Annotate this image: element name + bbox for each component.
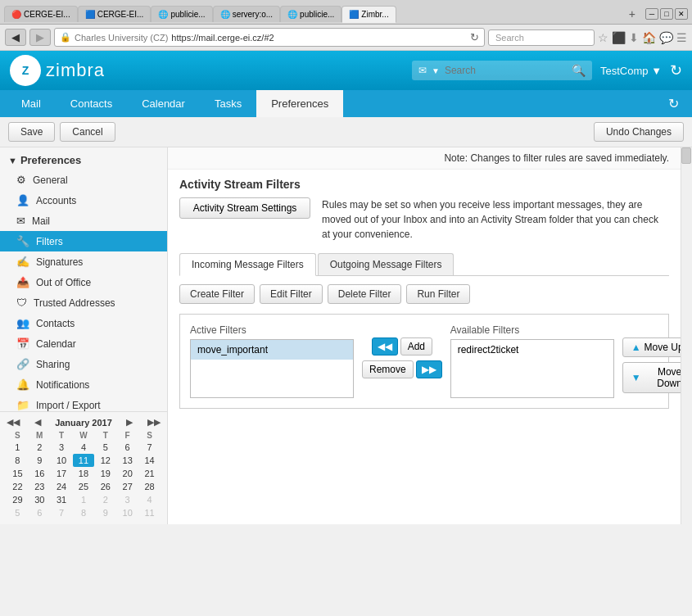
- cal-day-0-1[interactable]: 2: [29, 441, 51, 454]
- browser-tab-6[interactable]: 🟦 Zimbr...: [341, 6, 396, 23]
- cal-day-1-5[interactable]: 13: [116, 454, 138, 467]
- sidebar-item-filters[interactable]: 🔧 Filters: [0, 231, 167, 251]
- active-filter-item-move-important[interactable]: move_important: [191, 340, 353, 360]
- nav-item-contacts[interactable]: Contacts: [56, 90, 127, 117]
- add-left-arrow[interactable]: ◀◀: [372, 337, 398, 356]
- collapse-icon[interactable]: ▼: [8, 156, 17, 165]
- browser-tab-4[interactable]: 🌐 servery:o...: [213, 6, 280, 22]
- sidebar-item-general[interactable]: ⚙ General: [0, 170, 167, 190]
- cal-day-5-2[interactable]: 7: [51, 506, 73, 519]
- activity-stream-settings-button[interactable]: Activity Stream Settings: [179, 197, 310, 219]
- cal-day-4-6[interactable]: 4: [138, 493, 161, 506]
- back-button[interactable]: ◀: [5, 29, 26, 46]
- refresh-button[interactable]: ↻: [670, 61, 682, 79]
- header-search[interactable]: ✉ ▼ 🔍: [412, 61, 592, 80]
- cal-day-2-1[interactable]: 16: [29, 467, 51, 480]
- cal-next-next-button[interactable]: ▶▶: [147, 417, 161, 428]
- remove-button[interactable]: Remove: [362, 360, 414, 378]
- header-search-input[interactable]: [445, 65, 567, 76]
- sync-icon[interactable]: ⬛: [612, 31, 626, 44]
- move-down-button[interactable]: ▼ Move Down: [622, 362, 681, 393]
- address-bar[interactable]: 🔒 Charles University (CZ) https://mail.c…: [54, 28, 485, 47]
- available-filters-list[interactable]: redirect2ticket: [450, 339, 614, 398]
- cal-day-1-2[interactable]: 10: [51, 454, 73, 467]
- cal-day-3-3[interactable]: 25: [73, 480, 95, 493]
- cal-day-0-4[interactable]: 5: [94, 441, 116, 454]
- header-search-button[interactable]: 🔍: [572, 64, 586, 77]
- cal-day-4-5[interactable]: 3: [116, 493, 138, 506]
- forward-button[interactable]: ▶: [29, 29, 51, 46]
- cal-day-2-4[interactable]: 19: [94, 467, 116, 480]
- main-scrollbar[interactable]: [681, 147, 692, 524]
- nav-item-mail[interactable]: Mail: [7, 90, 56, 117]
- chat-icon[interactable]: 💬: [659, 31, 673, 44]
- browser-tab-3[interactable]: 🌐 publicie...: [151, 6, 212, 22]
- available-filter-item-redirect[interactable]: redirect2ticket: [451, 340, 613, 360]
- maximize-button[interactable]: □: [660, 8, 673, 20]
- reload-button[interactable]: ↻: [470, 31, 479, 43]
- cal-day-3-1[interactable]: 23: [29, 480, 51, 493]
- browser-tab-5[interactable]: 🌐 publicie...: [280, 6, 341, 22]
- download-icon[interactable]: ⬇: [629, 31, 639, 44]
- cal-day-5-0[interactable]: 5: [7, 506, 29, 519]
- nav-item-calendar[interactable]: Calendar: [127, 90, 200, 117]
- cal-day-5-6[interactable]: 11: [138, 506, 161, 519]
- edit-filter-button[interactable]: Edit Filter: [260, 284, 323, 304]
- sidebar-item-sharing[interactable]: 🔗 Sharing: [0, 354, 167, 374]
- cal-day-5-3[interactable]: 8: [73, 506, 95, 519]
- cal-day-4-2[interactable]: 31: [51, 493, 73, 506]
- cal-next-button[interactable]: ▶: [126, 417, 133, 428]
- sidebar-item-accounts[interactable]: 👤 Accounts: [0, 190, 167, 211]
- cal-day-5-4[interactable]: 9: [94, 506, 116, 519]
- cal-day-1-6[interactable]: 14: [138, 454, 161, 467]
- cal-day-2-5[interactable]: 20: [116, 467, 138, 480]
- cal-day-4-3[interactable]: 1: [73, 493, 95, 506]
- nav-refresh-button[interactable]: ↻: [662, 91, 685, 116]
- sidebar-item-import-export[interactable]: 📁 Import / Export: [0, 395, 167, 411]
- sidebar-item-out-of-office[interactable]: 📤 Out of Office: [0, 272, 167, 292]
- cal-day-5-5[interactable]: 10: [116, 506, 138, 519]
- tab-incoming[interactable]: Incoming Message Filters: [179, 253, 316, 276]
- run-filter-button[interactable]: Run Filter: [406, 284, 470, 304]
- cal-day-0-6[interactable]: 7: [138, 441, 161, 454]
- undo-button[interactable]: Undo Changes: [594, 122, 684, 142]
- cal-day-4-0[interactable]: 29: [7, 493, 29, 506]
- sidebar-item-signatures[interactable]: ✍ Signatures: [0, 251, 167, 272]
- move-up-button[interactable]: ▲ Move Up: [622, 337, 681, 357]
- minimize-button[interactable]: ─: [645, 8, 658, 20]
- delete-filter-button[interactable]: Delete Filter: [328, 284, 402, 304]
- save-button[interactable]: Save: [8, 122, 55, 142]
- cancel-button[interactable]: Cancel: [60, 122, 115, 142]
- active-filters-list[interactable]: move_important: [190, 339, 354, 398]
- cal-day-0-5[interactable]: 6: [116, 441, 138, 454]
- browser-tab-1[interactable]: 🔴 CERGE-EI...: [4, 6, 78, 22]
- new-tab-button[interactable]: +: [622, 4, 642, 24]
- add-button[interactable]: Add: [400, 337, 432, 356]
- cal-prev-button[interactable]: ◀: [34, 417, 41, 428]
- sidebar-item-calendar[interactable]: 📅 Calendar: [0, 333, 167, 354]
- cal-day-5-1[interactable]: 6: [29, 506, 51, 519]
- nav-item-tasks[interactable]: Tasks: [200, 90, 256, 117]
- cal-day-0-2[interactable]: 3: [51, 441, 73, 454]
- cal-day-1-4[interactable]: 12: [94, 454, 116, 467]
- cal-day-1-3[interactable]: 11: [73, 454, 95, 467]
- sidebar-item-mail[interactable]: ✉ Mail: [0, 211, 167, 231]
- cal-day-4-1[interactable]: 30: [29, 493, 51, 506]
- cal-day-1-0[interactable]: 8: [7, 454, 29, 467]
- cal-day-4-4[interactable]: 2: [94, 493, 116, 506]
- cal-day-2-3[interactable]: 18: [73, 467, 95, 480]
- sidebar-item-trusted-addresses[interactable]: 🛡 Trusted Addresses: [0, 292, 167, 313]
- cal-day-3-0[interactable]: 22: [7, 480, 29, 493]
- create-filter-button[interactable]: Create Filter: [179, 284, 255, 304]
- tab-outgoing[interactable]: Outgoing Message Filters: [318, 253, 455, 275]
- cal-prev-prev-button[interactable]: ◀◀: [7, 417, 20, 428]
- browser-search-bar[interactable]: Search: [488, 29, 595, 46]
- cal-day-3-2[interactable]: 24: [51, 480, 73, 493]
- sidebar-item-notifications[interactable]: 🔔 Notifications: [0, 374, 167, 395]
- cal-day-2-6[interactable]: 21: [138, 467, 161, 480]
- close-button[interactable]: ✕: [675, 8, 688, 20]
- cal-day-0-0[interactable]: 1: [7, 441, 29, 454]
- nav-item-preferences[interactable]: Preferences: [256, 90, 343, 117]
- cal-day-3-5[interactable]: 27: [116, 480, 138, 493]
- cal-day-2-0[interactable]: 15: [7, 467, 29, 480]
